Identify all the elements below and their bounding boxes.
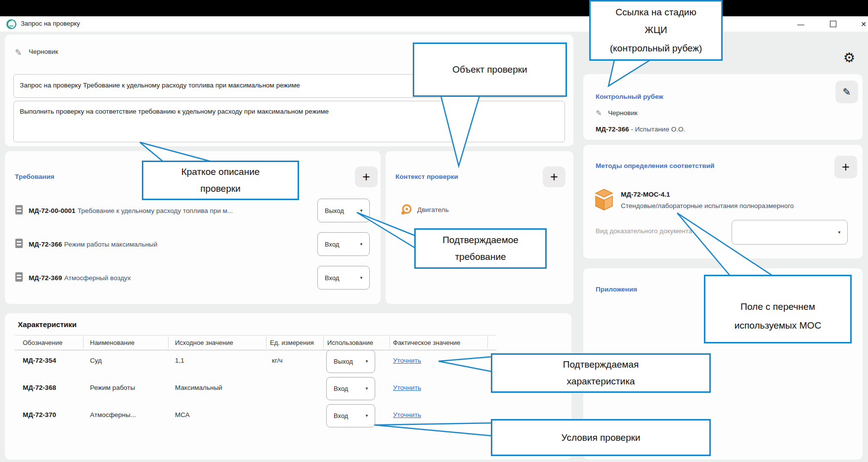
chevron-down-icon <box>837 230 841 235</box>
char-id: МД-72-370 <box>23 411 56 419</box>
callout-line: Ссылка на стадию <box>615 3 696 21</box>
usage-value: Выход <box>334 358 353 365</box>
clarify-link[interactable]: Уточнить <box>393 411 421 419</box>
request-title-value: Запрос на проверку Требование к удельном… <box>20 82 300 89</box>
column-separator <box>83 336 84 348</box>
chevron-down-icon <box>359 209 363 213</box>
usage-dropdown[interactable]: Выход <box>317 199 370 222</box>
requirement-text: Атмосферный воздух <box>64 274 131 282</box>
add-method-button[interactable]: + <box>834 156 857 178</box>
context-card: Контекст проверки + Двигатель <box>386 151 573 304</box>
char-initial-value: МСА <box>175 411 190 419</box>
callout-line: Подтверждаемое <box>442 232 519 249</box>
maximize-button[interactable] <box>822 16 844 32</box>
methods-title: Методы определения соответствий <box>596 162 714 169</box>
usage-value: Вход <box>334 412 348 420</box>
close-button[interactable]: ✕ <box>852 16 868 32</box>
callout-moc-list: Поле с перечнем используемых МОС <box>704 275 852 343</box>
callout-conditions: Условия проверки <box>491 419 711 456</box>
milestone-id: МД-72-366 <box>596 126 629 133</box>
char-initial-value: Максимальный <box>175 384 222 391</box>
requirement-row[interactable]: МД-72-369 Атмосферный воздух Вход <box>5 266 381 289</box>
window-title: Запрос на проверку <box>21 20 80 27</box>
requirement-id: МД-72-00-0001 <box>29 207 75 214</box>
char-usage-dropdown[interactable]: Выход <box>326 350 375 373</box>
requirements-title: Требования <box>15 173 54 180</box>
column-header: Ед. измерения <box>270 339 314 346</box>
usage-value: Выход <box>325 207 344 214</box>
context-title: Контекст проверки <box>395 173 458 180</box>
requirement-text: Требование к удельному расходу топлива п… <box>78 207 233 214</box>
column-separator <box>323 336 324 348</box>
column-separator <box>168 336 169 348</box>
callout-line: используемых МОС <box>735 316 822 335</box>
clarify-link[interactable]: Уточнить <box>393 384 421 391</box>
characteristics-title: Характеристики <box>18 320 77 329</box>
char-name: Режим работы <box>90 384 135 391</box>
char-name: Атмосферны... <box>90 411 136 419</box>
table-top-border <box>15 335 496 336</box>
requirement-id: МД-72-366 <box>29 241 62 248</box>
add-requirement-button[interactable]: + <box>355 167 378 187</box>
char-unit: кг/ч <box>272 357 283 364</box>
doc-type-label: Вид доказательного документа <box>596 227 692 235</box>
clarify-link[interactable]: Уточнить <box>393 357 421 364</box>
milestone-card: Контрольный рубеж ✎ ✎ Черновик МД-72-366… <box>583 74 863 140</box>
maximize-icon <box>830 21 836 27</box>
document-icon <box>15 238 23 251</box>
moc-cube-icon <box>592 188 616 213</box>
column-separator <box>487 336 488 348</box>
chevron-down-icon <box>365 414 369 418</box>
column-header: Обозначение <box>23 339 62 346</box>
callout-line: проверки <box>200 180 240 197</box>
char-initial-value: 1,1 <box>175 357 184 364</box>
moc-id[interactable]: МД-72-МОС-4.1 <box>621 191 670 198</box>
callout-line: Подтверждаемая <box>563 356 639 373</box>
callout-object: Объект проверки <box>413 42 567 97</box>
characteristics-card: Характеристики Обозначение Наименование … <box>5 313 571 460</box>
moc-description: Стендовые/лабораторные испытания полнора… <box>621 202 863 210</box>
request-description-value: Выполнить проверку на соответствие требо… <box>20 108 329 115</box>
usage-value: Вход <box>334 385 348 392</box>
requirement-id: МД-72-369 <box>29 274 62 282</box>
requirement-row[interactable]: МД-72-00-0001 Требование к удельному рас… <box>5 199 381 221</box>
usage-dropdown[interactable]: Вход <box>317 232 370 256</box>
draft-status-label: Черновик <box>29 48 58 55</box>
usage-value: Вход <box>325 274 339 282</box>
char-name: Суд <box>90 357 102 364</box>
column-header: Исходное значение <box>175 339 233 346</box>
add-context-button[interactable]: + <box>543 167 565 187</box>
callout-line: характеристика <box>567 373 635 390</box>
methods-card: Методы определения соответствий + МД-72-… <box>583 145 863 258</box>
context-item-label[interactable]: Двигатель <box>417 206 449 213</box>
chevron-down-icon <box>365 386 369 391</box>
column-header: Фактическое значение <box>393 339 460 346</box>
engine-icon <box>400 204 412 217</box>
gear-icon[interactable]: ⚙ <box>843 50 855 66</box>
callout-brief: Краткое описание проверки <box>142 161 299 200</box>
char-id: МД-72-368 <box>23 384 56 391</box>
pencil-icon: ✎ <box>843 86 851 98</box>
requirement-text: Режим работы максимальный <box>64 241 158 248</box>
callout-line: (контрольный рубеж) <box>610 40 702 57</box>
doc-type-dropdown[interactable] <box>732 220 848 245</box>
app-logo-icon <box>6 19 17 32</box>
usage-dropdown[interactable]: Вход <box>317 266 370 290</box>
requirement-row[interactable]: МД-72-366 Режим работы максимальный Вход <box>5 232 381 255</box>
callout-line: ЖЦИ <box>645 21 667 39</box>
title-bar: Запрос на проверку — ✕ <box>0 16 868 32</box>
document-icon <box>15 272 23 284</box>
callout-line: Объект проверки <box>452 62 527 77</box>
char-usage-dropdown[interactable]: Вход <box>326 404 375 427</box>
callout-lifecycle: Ссылка на стадию ЖЦИ (контрольный рубеж) <box>589 0 723 61</box>
char-usage-dropdown[interactable]: Вход <box>326 377 375 400</box>
char-id: МД-72-354 <box>23 357 56 364</box>
callout-confirm-requirement: Подтверждаемое требование <box>414 228 547 269</box>
request-description-input[interactable]: Выполнить проверку на соответствие требо… <box>13 101 565 142</box>
attachments-title: Приложения <box>596 286 637 293</box>
minimize-button[interactable]: — <box>789 16 812 32</box>
chevron-down-icon <box>359 276 363 280</box>
edit-milestone-button[interactable]: ✎ <box>835 81 858 103</box>
draft-pencil-icon: ✎ <box>15 47 22 58</box>
usage-value: Вход <box>325 241 339 248</box>
